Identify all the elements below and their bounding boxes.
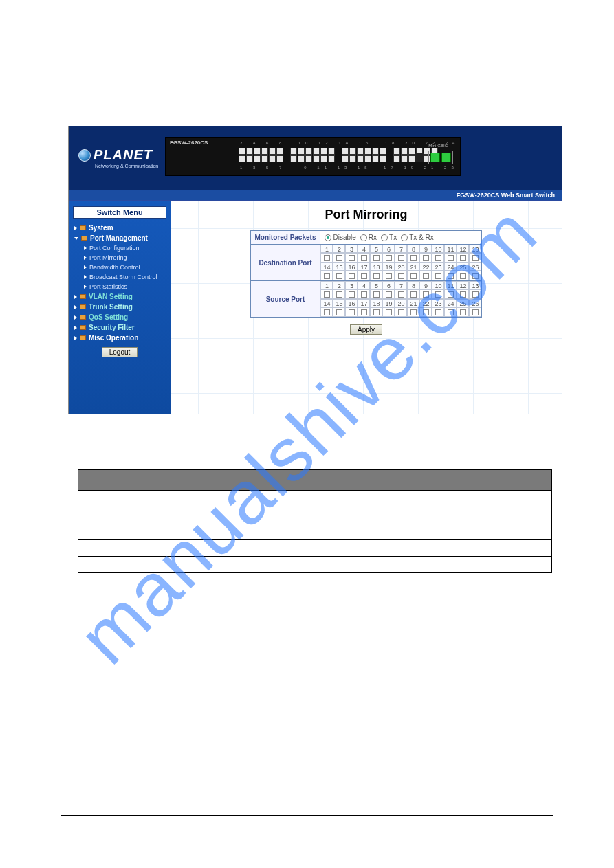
port-checkbox[interactable] [345,289,358,299]
port-checkbox[interactable] [432,271,444,280]
port-checkbox[interactable] [419,253,432,263]
radio-rx[interactable]: Rx [360,234,377,241]
logout-button[interactable]: Logout [102,347,138,357]
port-checkbox[interactable] [382,271,395,280]
port-checkbox[interactable] [444,307,457,317]
port-checkbox[interactable] [358,271,370,280]
port-checkbox[interactable] [444,271,457,280]
sidebar-item-system[interactable]: System [69,223,171,233]
port-checkbox[interactable] [419,271,432,280]
port-checkbox[interactable] [320,253,333,263]
port-checkbox[interactable] [457,289,469,299]
sidebar-item-bandwidth-control[interactable]: Bandwidth Control [69,263,171,272]
checkbox-icon [472,255,479,261]
port-number: 21 [407,299,419,307]
sidebar-item-port-statistics[interactable]: Port Statistics [69,282,171,291]
sidebar-item-label: Port Configuration [89,245,140,252]
radio-tx[interactable]: Tx [381,234,397,241]
port-number: 3 [345,245,358,253]
port-numbers-bottom: 1 3 5 7 9 11 13 15 17 19 21 23 [240,166,459,170]
port-checkbox[interactable] [395,253,407,263]
sidebar-item-label: Port Management [90,234,148,242]
port-checkbox[interactable] [407,289,419,299]
radio-icon [381,234,388,241]
port-checkbox[interactable] [469,289,481,299]
port-checkbox[interactable] [469,253,481,263]
sidebar-item-port-configuration[interactable]: Port Configuration [69,243,171,253]
desc-cell [78,557,166,573]
port-checkbox[interactable] [469,307,481,317]
port-checkbox[interactable] [432,289,444,299]
port-checkbox[interactable] [395,289,407,299]
port-checkbox[interactable] [345,271,358,280]
port-checkbox[interactable] [407,307,419,317]
sidebar-item-port-management[interactable]: Port Management [69,233,171,243]
port-checkbox[interactable] [320,271,333,280]
port-number: 22 [419,263,432,271]
port-checkbox[interactable] [320,289,333,299]
port-checkbox[interactable] [395,271,407,280]
port-checkbox[interactable] [333,307,345,317]
checkbox-icon [336,255,342,261]
sidebar-item-port-mirroring[interactable]: Port Mirroring [69,253,171,263]
radio-txrx[interactable]: Tx & Rx [401,234,434,241]
port-checkbox[interactable] [407,271,419,280]
port-checkbox[interactable] [345,253,358,263]
port-checkbox[interactable] [457,253,469,263]
port-number: 21 [407,263,419,271]
app-screenshot: PLANET Networking & Communication FGSW-2… [68,126,562,414]
port-numbers-top: 2 4 6 8 10 12 14 16 18 20 22 24 [240,141,459,145]
port-checkbox[interactable] [457,271,469,280]
sidebar-item-broadcast-storm[interactable]: Broadcast Storm Control [69,272,171,282]
row-label-source: Source Port [250,281,320,318]
port-checkbox[interactable] [382,253,395,263]
port-checkbox[interactable] [333,253,345,263]
apply-button[interactable]: Apply [350,324,382,335]
radio-disable[interactable]: Disable [325,234,355,241]
sidebar-item-vlan-setting[interactable]: VLAN Setting [69,291,171,302]
port-number: 4 [358,281,370,289]
port-checkbox[interactable] [333,271,345,280]
port-checkbox[interactable] [358,253,370,263]
port-checkbox[interactable] [345,307,358,317]
port-checkbox[interactable] [358,289,370,299]
brand-name: PLANET [94,147,153,163]
sidebar-item-misc-operation[interactable]: Misc Operation [69,333,171,343]
checkbox-icon [349,309,355,315]
port-checkbox[interactable] [382,289,395,299]
port-checkbox[interactable] [320,307,333,317]
port-checkbox[interactable] [370,289,382,299]
port-checkbox[interactable] [419,307,432,317]
port-number: 4 [358,245,370,253]
checkbox-icon [398,273,404,279]
port-checkbox[interactable] [457,307,469,317]
sidebar-title: Switch Menu [73,206,166,219]
port-checkbox[interactable] [333,289,345,299]
checkbox-icon [448,255,454,261]
port-checkbox[interactable] [419,289,432,299]
checkbox-icon [423,309,429,315]
chevron-right-icon [84,285,87,289]
port-checkbox[interactable] [370,271,382,280]
port-number: 16 [345,263,358,271]
port-checkbox[interactable] [444,253,457,263]
port-checkbox[interactable] [444,289,457,299]
port-checkbox[interactable] [407,253,419,263]
port-checkbox[interactable] [370,253,382,263]
sidebar-item-security-filter[interactable]: Security Filter [69,322,171,333]
port-checkbox[interactable] [395,307,407,317]
port-checkbox[interactable] [432,307,444,317]
port-checkbox[interactable] [358,307,370,317]
port-checkbox[interactable] [370,307,382,317]
port-checkbox[interactable] [469,271,481,280]
port-checkbox[interactable] [432,253,444,263]
checkbox-icon [460,273,466,279]
checkbox-icon [373,255,380,261]
sidebar-item-qos-setting[interactable]: QoS Setting [69,312,171,322]
port-checkbox[interactable] [382,307,395,317]
port-number: 9 [419,281,432,289]
sidebar-item-trunk-setting[interactable]: Trunk Setting [69,302,171,312]
chevron-right-icon [84,275,87,279]
port-number: 8 [407,245,419,253]
checkbox-icon [448,291,454,298]
